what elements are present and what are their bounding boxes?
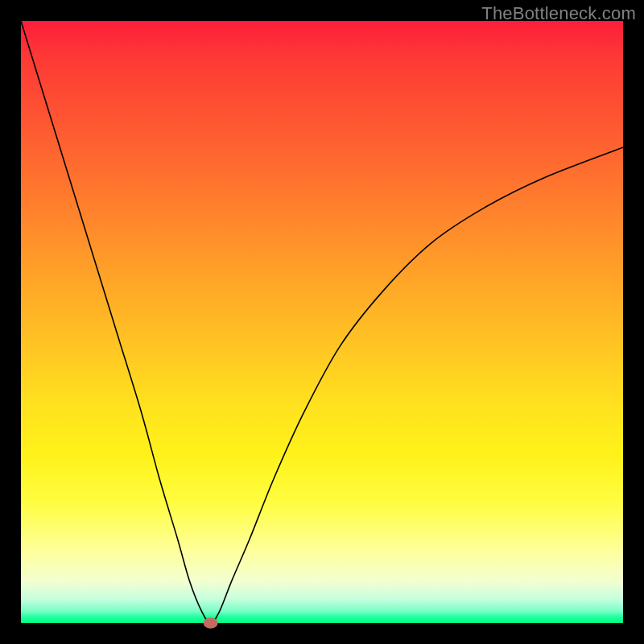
curve-svg [21,21,623,623]
chart-frame: TheBottleneck.com [0,0,644,644]
minimum-marker [204,617,218,628]
bottleneck-curve [21,21,623,623]
watermark-text: TheBottleneck.com [481,3,636,24]
plot-area [21,21,623,623]
